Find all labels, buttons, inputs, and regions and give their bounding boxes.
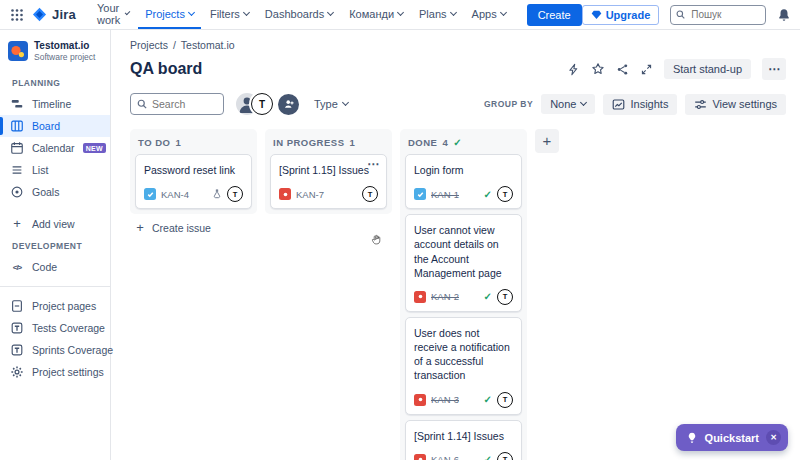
assignee-avatar[interactable]: T bbox=[497, 392, 513, 408]
automation-button[interactable] bbox=[567, 63, 580, 76]
issue-card-kan-4[interactable]: Password reset link KAN-4 T bbox=[135, 154, 252, 209]
search-icon bbox=[675, 9, 686, 20]
card-title: User does not receive a notification of … bbox=[414, 326, 513, 383]
chevron-down-icon bbox=[125, 9, 131, 15]
app-switcher-button[interactable] bbox=[10, 8, 24, 22]
sidebar-item-tests-coverage[interactable]: Tests Coverage bbox=[0, 317, 110, 339]
assignee-avatar[interactable]: T bbox=[497, 289, 513, 305]
timeline-icon bbox=[10, 97, 24, 111]
bell-icon bbox=[777, 8, 791, 22]
sidebar-item-code[interactable]: </> Code bbox=[0, 256, 110, 278]
type-filter-dropdown[interactable]: Type bbox=[314, 98, 348, 110]
chevron-down-icon bbox=[188, 8, 195, 15]
issue-card-kan-2[interactable]: User cannot view account details on the … bbox=[405, 214, 522, 312]
flask-icon bbox=[212, 189, 222, 199]
nav-item-plans[interactable]: Plans bbox=[412, 0, 463, 29]
column-count: 1 bbox=[350, 137, 356, 148]
user-filter-avatar[interactable]: T bbox=[251, 93, 273, 115]
breadcrumb-separator: / bbox=[173, 39, 176, 51]
create-button[interactable]: Create bbox=[527, 4, 582, 26]
expand-icon bbox=[640, 63, 653, 76]
sidebar-item-list[interactable]: List bbox=[0, 159, 110, 181]
card-title: [Sprint 1.14] Issues bbox=[414, 429, 513, 443]
jira-logo[interactable]: Jira bbox=[32, 7, 76, 22]
assignee-avatar[interactable]: T bbox=[497, 186, 513, 202]
nav-item-your-work[interactable]: Your work bbox=[90, 0, 136, 29]
card-title: Login form bbox=[414, 163, 513, 177]
project-type: Software project bbox=[34, 52, 95, 62]
issue-key: KAN-6 bbox=[431, 454, 459, 460]
sidebar-item-calendar[interactable]: Calendar NEW bbox=[0, 137, 110, 159]
column-in-progress: IN PROGRESS 1 ⋯ [Sprint 1.15] Issues KAN… bbox=[265, 129, 392, 214]
create-issue-button-todo[interactable]: + Create issue bbox=[130, 214, 257, 234]
nav-item-filters[interactable]: Filters bbox=[203, 0, 256, 29]
assignee-avatar[interactable]: T bbox=[497, 452, 513, 460]
assignee-avatar[interactable]: T bbox=[362, 186, 378, 202]
fullscreen-button[interactable] bbox=[640, 63, 653, 76]
issue-key: KAN-7 bbox=[296, 189, 324, 200]
page-title: QA board bbox=[130, 60, 202, 78]
board-more-button[interactable]: ⋯ bbox=[762, 58, 786, 80]
issue-card-kan-1[interactable]: Login form KAN-1 ✓ T bbox=[405, 154, 522, 209]
add-people-button[interactable] bbox=[278, 94, 299, 115]
issue-card-kan-3[interactable]: User does not receive a notification of … bbox=[405, 317, 522, 415]
column-header-todo: TO DO 1 bbox=[130, 129, 257, 153]
favorite-button[interactable] bbox=[591, 62, 605, 76]
global-search bbox=[670, 5, 766, 25]
sidebar-item-add-view[interactable]: + Add view bbox=[0, 213, 110, 235]
sidebar-item-goals[interactable]: Goals bbox=[0, 181, 110, 203]
search-icon bbox=[136, 98, 148, 110]
board-search bbox=[130, 93, 224, 115]
sprints-coverage-app-icon bbox=[10, 343, 24, 357]
sidebar-item-timeline[interactable]: Timeline bbox=[0, 93, 110, 115]
column-count: 4 bbox=[442, 137, 448, 148]
card-more-button[interactable]: ⋯ bbox=[367, 158, 379, 170]
chevron-down-icon bbox=[580, 99, 587, 106]
sidebar-item-project-settings[interactable]: Project settings bbox=[0, 361, 110, 383]
group-by-label: GROUP BY bbox=[484, 99, 533, 109]
project-name: Testomat.io bbox=[34, 40, 95, 51]
title-row: QA board Start st bbox=[130, 58, 786, 80]
share-button[interactable] bbox=[616, 63, 629, 76]
notifications-button[interactable] bbox=[777, 8, 791, 22]
insights-button[interactable]: Insights bbox=[603, 94, 677, 115]
bug-type-icon bbox=[414, 291, 426, 303]
plus-icon: + bbox=[10, 219, 24, 229]
start-standup-button[interactable]: Start stand-up bbox=[664, 59, 751, 79]
upgrade-button[interactable]: Upgrade bbox=[582, 5, 660, 25]
issue-card-kan-6[interactable]: [Sprint 1.14] Issues KAN-6 ✓ T bbox=[405, 420, 522, 460]
sidebar-item-board[interactable]: Board bbox=[0, 115, 110, 137]
project-logo-icon bbox=[8, 41, 28, 61]
sidebar-item-sprints-coverage[interactable]: Sprints Coverage bbox=[0, 339, 110, 361]
jira-logo-icon bbox=[32, 7, 47, 22]
plus-icon: + bbox=[133, 223, 147, 233]
chevron-down-icon bbox=[397, 8, 404, 15]
list-icon bbox=[10, 163, 24, 177]
assignee-avatar[interactable]: T bbox=[227, 186, 243, 202]
chart-icon bbox=[612, 98, 625, 111]
resolved-check-icon: ✓ bbox=[484, 394, 492, 405]
nav-item-projects[interactable]: Projects bbox=[138, 0, 201, 29]
issue-card-kan-7[interactable]: ⋯ [Sprint 1.15] Issues KAN-7 T bbox=[270, 154, 387, 209]
project-header[interactable]: Testomat.io Software project bbox=[0, 40, 110, 72]
nav-item-apps[interactable]: Apps bbox=[465, 0, 513, 29]
column-header-in-progress: IN PROGRESS 1 bbox=[265, 129, 392, 153]
add-column-button[interactable]: + bbox=[535, 129, 559, 153]
goals-target-icon bbox=[10, 185, 24, 199]
bug-type-icon bbox=[414, 394, 426, 406]
sidebar-item-project-pages[interactable]: Project pages bbox=[0, 295, 110, 317]
breadcrumb-project[interactable]: Testomat.io bbox=[181, 39, 235, 51]
nav-item-dashboards[interactable]: Dashboards bbox=[258, 0, 340, 29]
sidebar: Testomat.io Software project PLANNING Ti… bbox=[0, 30, 111, 460]
calendar-icon bbox=[10, 141, 24, 155]
chevron-down-icon bbox=[500, 8, 507, 15]
close-icon[interactable]: ✕ bbox=[766, 430, 781, 445]
view-settings-button[interactable]: View settings bbox=[685, 94, 786, 115]
group-by-dropdown[interactable]: None bbox=[541, 94, 595, 114]
quickstart-button[interactable]: Quickstart ✕ bbox=[676, 424, 788, 451]
breadcrumb-projects[interactable]: Projects bbox=[130, 39, 168, 51]
star-icon bbox=[591, 62, 605, 76]
gem-icon bbox=[591, 9, 602, 20]
nav-item-teams[interactable]: Команди bbox=[342, 0, 410, 29]
issue-key: KAN-4 bbox=[161, 189, 189, 200]
